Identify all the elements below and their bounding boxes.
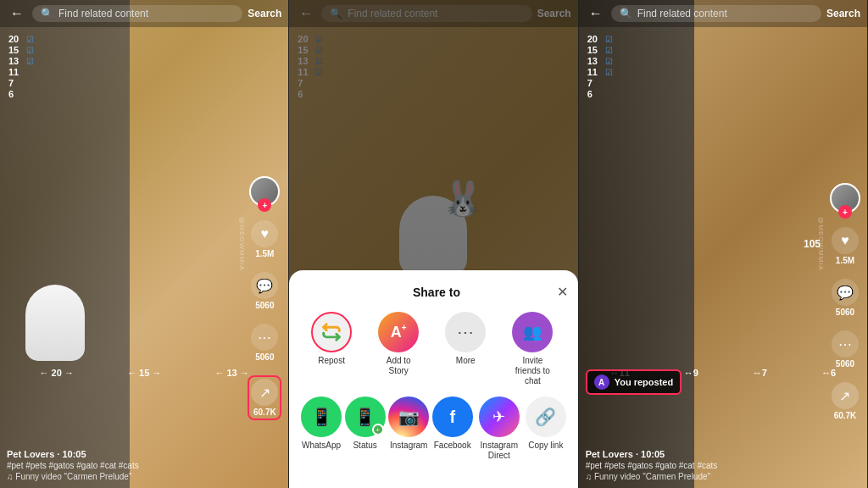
search-placeholder: Find related content: [637, 8, 813, 19]
invite-label: Invite friends to chat: [509, 356, 556, 386]
add-story-label: Add to Story: [376, 356, 422, 376]
facebook-icon: f: [432, 396, 473, 437]
share-title: Share to: [316, 286, 556, 299]
watermark: @MEOWMMIA: [817, 217, 825, 271]
avatar-container: +: [830, 183, 860, 214]
hashtags: #pet #pets #gatos #gato #cat #cats: [586, 461, 825, 470]
comment-icon: 💬: [251, 272, 278, 299]
right-actions: + ♥ 1.5M 💬 5060 ⋯ 5060 ↗ 60.7K: [248, 176, 281, 420]
panel-right: ← 🔍 Find related content Search 20☑ 15☑ …: [579, 0, 868, 488]
share-button[interactable]: ↗ 60.7K: [248, 375, 281, 420]
add-story-item[interactable]: A+ Add to Story: [376, 312, 422, 386]
instagram-item[interactable]: 📷 Instagram: [388, 396, 429, 461]
bookmark-button[interactable]: ⋯ 5060: [832, 330, 859, 369]
add-story-icon: A+: [378, 312, 419, 352]
share-modal-header: Share to ✕: [299, 284, 567, 300]
share-icon: ↗: [251, 379, 278, 406]
username: Pet Lovers · 10:05: [7, 449, 246, 459]
whatsapp-icon: 📱: [301, 396, 342, 437]
status-item[interactable]: 📱 + Status: [345, 396, 386, 461]
score-13: 13: [8, 56, 24, 66]
search-bar[interactable]: 🔍 Find related content: [611, 5, 821, 22]
bookmark-count: 5060: [255, 352, 274, 362]
search-icon: 🔍: [41, 8, 53, 19]
music-info: ♫ Funny video "Carmen Prelude": [586, 472, 825, 481]
panel-middle: 🐰 ← 🔍 Find related content Search 20☑ 15…: [289, 0, 578, 488]
search-bar[interactable]: 🔍 Find related content: [32, 5, 242, 22]
bottom-info: Pet Lovers · 10:05 #pet #pets #gatos #ga…: [586, 449, 825, 481]
username: Pet Lovers · 10:05: [586, 449, 825, 459]
bookmark-icon: ⋯: [251, 324, 278, 351]
more-item[interactable]: ⋯ More: [445, 312, 486, 386]
reposted-avatar-icon: A: [594, 374, 609, 390]
like-button[interactable]: ♥ 1.5M: [832, 227, 859, 265]
share-count: 60.7K: [834, 411, 857, 420]
measure-20: ← 20 →: [40, 368, 74, 378]
share-button[interactable]: ↗ 60.7K: [832, 382, 859, 420]
follow-button[interactable]: +: [838, 205, 852, 219]
comment-count: 5060: [836, 308, 854, 317]
measure-15: ← 15 →: [127, 368, 161, 378]
panel-left: ← 🔍 Find related content Search 20☑ 15☑ …: [0, 0, 289, 488]
comment-button[interactable]: 💬 5060: [832, 279, 859, 317]
share-icon: ↗: [832, 382, 859, 409]
comment-button[interactable]: 💬 5060: [251, 272, 278, 310]
invite-item[interactable]: 👥 Invite friends to chat: [509, 312, 556, 386]
right-actions: + ♥ 1.5M 💬 5060 ⋯ 5060 ↗ 60.7K: [830, 183, 860, 420]
top-bar: ← 🔍 Find related content Search: [0, 0, 288, 27]
instagram-label: Instagram: [390, 441, 427, 451]
reposted-text: You reposted: [615, 377, 673, 387]
repost-share-item[interactable]: Repost: [311, 312, 352, 386]
close-modal-button[interactable]: ✕: [557, 284, 568, 300]
repost-label: Repost: [318, 356, 345, 366]
more-label: More: [456, 356, 476, 366]
score-20: 20: [8, 34, 24, 44]
measurements: ← 20 → ← 15 → ← 13 →: [0, 368, 288, 378]
watermark: @MEOWMMIA: [238, 217, 246, 271]
back-button[interactable]: ←: [586, 4, 606, 23]
messenger-label: Instagram Direct: [476, 441, 522, 461]
share-row-2: 📱 WhatsApp 📱 + Status 📷 Instagram: [299, 396, 567, 461]
whatsapp-label: WhatsApp: [302, 441, 341, 451]
follow-button[interactable]: +: [258, 198, 271, 212]
copy-link-item[interactable]: 🔗 Copy link: [526, 396, 566, 461]
bookmark-icon: ⋯: [832, 330, 859, 358]
facebook-label: Facebook: [434, 441, 471, 451]
whatsapp-item[interactable]: 📱 WhatsApp: [301, 396, 342, 461]
score-11: 11: [8, 67, 24, 77]
measure-13: ← 13 →: [214, 368, 248, 378]
search-button[interactable]: Search: [248, 8, 281, 19]
copy-link-label: Copy link: [528, 441, 563, 451]
invite-icon: 👥: [512, 312, 553, 352]
score-7: 7: [8, 78, 24, 88]
share-count: 60.7K: [253, 408, 276, 417]
share-modal: Share to ✕ Repost: [289, 270, 577, 488]
instagram-icon: 📷: [388, 396, 429, 437]
repost-icon: [311, 312, 352, 352]
score-overlay: 20☑ 15☑ 13☑ 11☑ 7 6: [587, 34, 613, 100]
search-button[interactable]: Search: [826, 8, 860, 19]
comment-icon: 💬: [832, 279, 859, 306]
status-icon: 📱 +: [345, 396, 386, 437]
hashtags: #pet #pets #gatos #gato #cat #cats: [7, 461, 246, 470]
back-button[interactable]: ←: [7, 4, 27, 23]
cat-figure: [25, 285, 85, 361]
messenger-item[interactable]: ✈ Instagram Direct: [476, 396, 522, 461]
comment-count: 5060: [255, 301, 274, 310]
music-info: ♫ Funny video "Carmen Prelude": [7, 472, 246, 481]
bookmark-button[interactable]: ⋯ 5060: [251, 324, 278, 362]
more-icon: ⋯: [445, 312, 486, 352]
top-bar: ← 🔍 Find related content Search: [579, 0, 867, 27]
like-button[interactable]: ♥ 1.5M: [251, 220, 278, 258]
bookmark-count: 5060: [836, 359, 854, 369]
measure-7: ↔7: [753, 368, 767, 378]
heart-icon: ♥: [832, 227, 859, 254]
reposted-badge: A You reposted: [586, 369, 682, 395]
score-overlay: 20☑ 15☑ 13☑ 11 7 6: [8, 34, 34, 100]
share-row-1: Repost A+ Add to Story ⋯ More 👥: [299, 312, 567, 386]
score-6: 6: [8, 89, 24, 99]
share-modal-overlay[interactable]: Share to ✕ Repost: [289, 0, 577, 488]
measure-9: ↔9: [684, 368, 698, 378]
like-count: 1.5M: [836, 256, 854, 265]
facebook-item[interactable]: f Facebook: [432, 396, 473, 461]
